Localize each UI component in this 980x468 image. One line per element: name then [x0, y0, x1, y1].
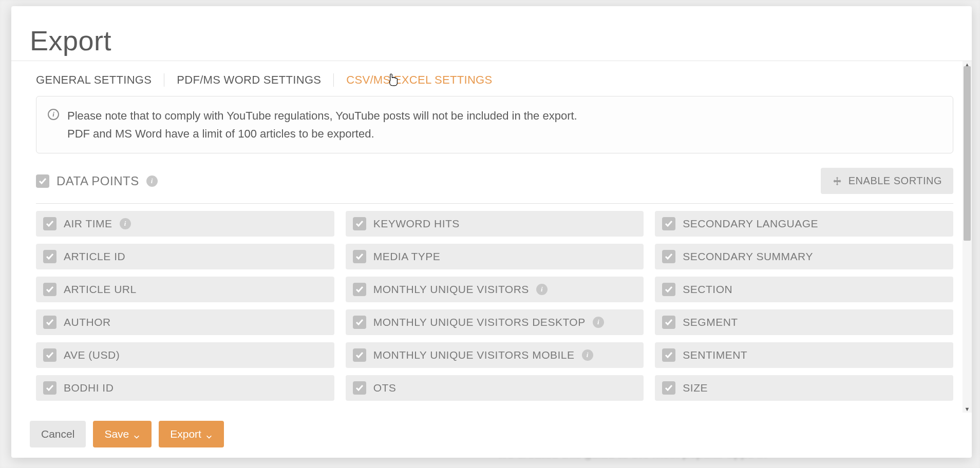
data-item-bodhi-id[interactable]: BODHI ID [36, 375, 334, 401]
export-modal: Export GENERAL SETTINGS PDF/MS WORD SETT… [11, 6, 972, 458]
data-label: AUTHOR [64, 316, 111, 328]
info-icon[interactable]: i [582, 349, 593, 361]
data-label: SECONDARY SUMMARY [683, 250, 813, 263]
info-icon: i [48, 109, 59, 120]
save-button[interactable]: Save [93, 421, 152, 447]
section-header: DATA POINTS i ENABLE SORTING [36, 168, 953, 194]
checkbox[interactable] [662, 316, 675, 329]
data-label: OTS [373, 382, 397, 394]
info-icon[interactable]: i [146, 176, 158, 187]
checkbox[interactable] [353, 283, 366, 296]
data-label: SEGMENT [683, 316, 738, 328]
data-item-muv-mobile[interactable]: MONTHLY UNIQUE VISITORS MOBILE i [346, 342, 644, 368]
checkbox[interactable] [662, 283, 675, 296]
cancel-label: Cancel [41, 428, 74, 440]
data-label: MONTHLY UNIQUE VISITORS MOBILE [373, 349, 575, 361]
scrollbar-down-arrow[interactable]: ▼ [963, 404, 972, 413]
info-icon[interactable]: i [120, 218, 131, 229]
export-label: Export [170, 428, 201, 440]
scrollbar[interactable]: ▲ ▼ [963, 61, 972, 413]
data-item-media-type[interactable]: MEDIA TYPE [346, 244, 644, 269]
data-label: SECTION [683, 283, 732, 296]
data-item-air-time[interactable]: AIR TIME i [36, 211, 334, 237]
data-label: BODHI ID [64, 382, 114, 394]
cancel-button[interactable]: Cancel [30, 421, 86, 447]
data-item-segment[interactable]: SEGMENT [655, 309, 953, 335]
data-item-secondary-language[interactable]: SECONDARY LANGUAGE [655, 211, 953, 237]
modal-header: Export [11, 6, 972, 61]
enable-sorting-label: ENABLE SORTING [849, 175, 942, 187]
data-label: MONTHLY UNIQUE VISITORS DESKTOP [373, 316, 586, 328]
info-line1: Please note that to comply with YouTube … [67, 107, 577, 125]
move-icon [832, 176, 842, 186]
data-label: AIR TIME [64, 218, 112, 230]
checkbox[interactable] [353, 250, 366, 263]
data-grid: AIR TIME i ARTICLE ID ARTICLE URL AUTHOR [36, 211, 953, 401]
section-title: DATA POINTS [56, 174, 139, 188]
data-label: SIZE [683, 382, 708, 394]
info-icon[interactable]: i [536, 284, 548, 295]
info-text: Please note that to comply with YouTube … [67, 107, 577, 143]
data-item-muv-desktop[interactable]: MONTHLY UNIQUE VISITORS DESKTOP i [346, 309, 644, 335]
checkbox[interactable] [662, 348, 675, 362]
data-label: ARTICLE URL [64, 283, 137, 296]
checkbox[interactable] [662, 250, 675, 263]
data-item-muv[interactable]: MONTHLY UNIQUE VISITORS i [346, 277, 644, 302]
checkbox[interactable] [43, 217, 56, 230]
chevron-down-icon [205, 431, 213, 438]
checkbox[interactable] [43, 250, 56, 263]
data-item-author[interactable]: AUTHOR [36, 309, 334, 335]
data-label: KEYWORD HITS [373, 218, 460, 230]
info-icon[interactable]: i [593, 317, 604, 328]
tab-general[interactable]: GENERAL SETTINGS [36, 73, 164, 87]
tabs: GENERAL SETTINGS PDF/MS WORD SETTINGS CS… [36, 61, 953, 96]
scrollbar-thumb[interactable] [964, 66, 971, 241]
info-box: i Please note that to comply with YouTub… [36, 96, 953, 153]
checkbox[interactable] [662, 217, 675, 230]
data-item-size[interactable]: SIZE [655, 375, 953, 401]
checkbox[interactable] [353, 217, 366, 230]
data-label: MONTHLY UNIQUE VISITORS [373, 283, 529, 296]
data-item-article-url[interactable]: ARTICLE URL [36, 277, 334, 302]
data-item-secondary-summary[interactable]: SECONDARY SUMMARY [655, 244, 953, 269]
modal-footer: Cancel Save Export [11, 413, 972, 458]
data-label: SECONDARY LANGUAGE [683, 218, 818, 230]
checkbox[interactable] [353, 316, 366, 329]
data-label: ARTICLE ID [64, 250, 125, 263]
data-label: MEDIA TYPE [373, 250, 441, 263]
checkbox[interactable] [353, 348, 366, 362]
data-label: SENTIMENT [683, 349, 747, 361]
checkbox[interactable] [43, 316, 56, 329]
checkbox[interactable] [662, 381, 675, 395]
chevron-down-icon [133, 431, 140, 438]
tab-pdf[interactable]: PDF/MS WORD SETTINGS [164, 73, 333, 87]
modal-body: GENERAL SETTINGS PDF/MS WORD SETTINGS CS… [11, 61, 972, 413]
data-item-ots[interactable]: OTS [346, 375, 644, 401]
modal-title: Export [30, 25, 953, 56]
checkbox[interactable] [43, 381, 56, 395]
data-item-keyword-hits[interactable]: KEYWORD HITS [346, 211, 644, 237]
info-line2: PDF and MS Word have a limit of 100 arti… [67, 125, 577, 143]
divider [36, 203, 953, 204]
data-item-section[interactable]: SECTION [655, 277, 953, 302]
data-label: AVE (USD) [64, 349, 120, 361]
data-item-article-id[interactable]: ARTICLE ID [36, 244, 334, 269]
checkbox[interactable] [43, 348, 56, 362]
data-item-sentiment[interactable]: SENTIMENT [655, 342, 953, 368]
data-item-ave[interactable]: AVE (USD) [36, 342, 334, 368]
tab-csv[interactable]: CSV/MS EXCEL SETTINGS [334, 73, 504, 87]
section-left: DATA POINTS i [36, 174, 158, 188]
save-label: Save [104, 428, 129, 440]
select-all-checkbox[interactable] [36, 174, 49, 188]
scroll-area[interactable]: GENERAL SETTINGS PDF/MS WORD SETTINGS CS… [11, 61, 972, 413]
enable-sorting-button[interactable]: ENABLE SORTING [821, 168, 953, 194]
checkbox[interactable] [43, 283, 56, 296]
checkbox[interactable] [353, 381, 366, 395]
export-button[interactable]: Export [159, 421, 224, 447]
